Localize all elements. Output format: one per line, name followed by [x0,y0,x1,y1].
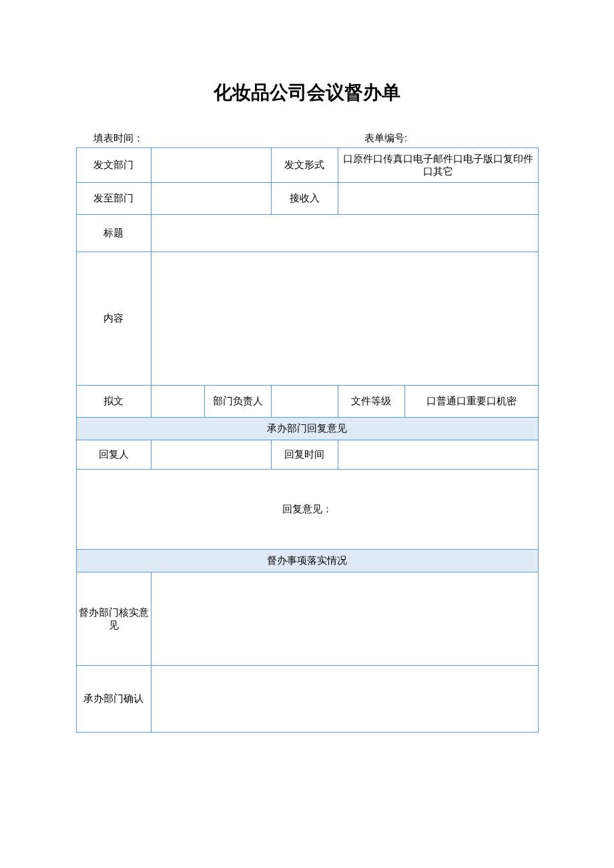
input-send-dept[interactable] [151,148,271,183]
label-receiver: 接收入 [271,183,338,215]
label-dept-head: 部门负责人 [204,386,271,418]
section-header-implementation: 督办事项落实情况 [76,550,538,572]
page-title: 化妆品公司会议督办单 [0,80,614,105]
input-replier[interactable] [151,440,271,470]
label-undertake-confirm: 承办部门确认 [76,666,151,733]
label-drafter: 拟文 [76,386,151,418]
input-receiver[interactable] [338,183,538,215]
input-content[interactable] [151,252,538,386]
input-undertake-confirm[interactable] [151,666,538,733]
fill-time-label: 填表时间： [76,132,364,145]
reply-opinion-cell[interactable]: 回复意见： [76,470,538,550]
label-replier: 回复人 [76,440,151,470]
input-reply-time[interactable] [338,440,538,470]
label-send-dept: 发文部门 [76,148,151,183]
input-supervise-verify[interactable] [151,572,538,666]
label-to-dept: 发至部门 [76,183,151,215]
label-supervise-verify: 督办部门核实意见 [76,572,151,666]
input-to-dept[interactable] [151,183,271,215]
form-number-label: 表单编号: [364,132,538,145]
label-reply-time: 回复时间 [271,440,338,470]
label-content: 内容 [76,252,151,386]
input-subject[interactable] [151,215,538,252]
section-header-reply: 承办部门回复意见 [76,418,538,440]
label-doc-level: 文件等级 [338,386,404,418]
meta-row: 填表时间： 表单编号: [76,132,538,145]
input-drafter[interactable] [151,386,204,418]
supervision-form-table: 发文部门 发文形式 口原件口传真口电子邮件口电子版口复印件口其它 发至部门 接收… [76,147,539,733]
input-dept-head[interactable] [271,386,338,418]
input-send-form-options[interactable]: 口原件口传真口电子邮件口电子版口复印件口其它 [338,148,538,183]
input-doc-level-options[interactable]: 口普通口重要口机密 [404,386,538,418]
label-send-form: 发文形式 [271,148,338,183]
label-subject: 标题 [76,215,151,252]
